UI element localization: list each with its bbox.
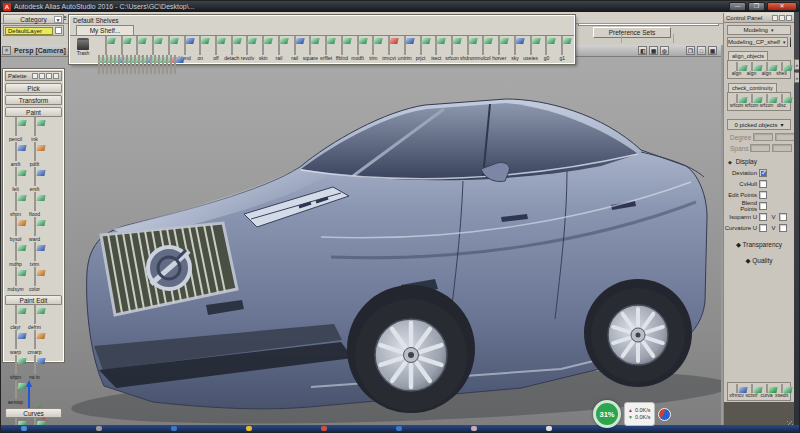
tool-icon[interactable] [781,384,783,393]
tool-icon[interactable] [152,36,154,55]
taskbar-app-icon[interactable] [246,426,252,431]
tool-icon[interactable] [134,55,136,74]
shelf-tool[interactable]: ffblnd [334,37,350,61]
tool-icon[interactable] [341,36,343,55]
tool-icon[interactable] [162,55,164,74]
display-checkbox[interactable] [759,180,767,188]
quality-label[interactable]: Quality [752,257,772,264]
shelf-tool[interactable]: usetex [523,37,539,61]
tool-icon[interactable] [158,55,160,74]
tool-icon[interactable] [357,36,359,55]
shelf-tool[interactable] [170,56,172,74]
maximize-button[interactable]: ❐ [748,2,765,11]
palette-tool[interactable]: rw in [25,356,44,380]
tool-icon[interactable] [231,36,233,55]
shelf-tool[interactable]: modft [350,37,366,61]
shelf-tool[interactable]: trim [365,37,381,61]
restore-icon[interactable]: ❐ [686,46,695,55]
car-3d-model[interactable] [1,57,721,428]
tool-icon[interactable] [34,217,36,236]
tool-icon[interactable] [766,94,768,103]
tool-icon[interactable] [121,36,123,55]
tool-icon[interactable] [15,142,17,161]
panel-tool[interactable]: srfcon [729,95,744,108]
display-checkbox[interactable] [759,191,767,199]
default-shelves-window[interactable]: Default Shelves My Shelf... Trash cv cv [69,15,575,64]
tool-icon[interactable] [15,267,17,286]
tool-icon[interactable] [530,36,532,55]
viewport-close-icon[interactable]: ✕ [2,46,11,55]
tool-icon[interactable] [118,55,120,74]
tool-icon[interactable] [122,55,124,74]
taskbar-app-icon[interactable] [546,426,552,431]
palette-tool[interactable]: aerosp [6,381,25,405]
shelf-tool[interactable] [134,56,136,74]
tool-icon[interactable] [184,36,186,55]
tool-icon[interactable] [435,36,437,55]
palette-tool[interactable]: flood [25,193,44,217]
tool-icon[interactable] [751,62,753,71]
taskbar-app-icon[interactable] [321,426,327,431]
shelf-tool[interactable] [142,56,144,74]
layer-visibility-checkbox[interactable] [55,27,62,34]
degree-field-1[interactable] [753,133,773,141]
palette-tool[interactable]: pencil [6,118,25,142]
palette-tool[interactable]: ersft [25,168,44,192]
shelf-trash[interactable]: Trash [70,36,96,63]
tool-icon[interactable] [467,36,469,55]
tool-icon[interactable] [561,36,563,55]
tool-icon[interactable] [15,117,17,136]
tool-icon[interactable] [138,55,140,74]
shelf-tool[interactable]: mulcol [476,37,492,61]
shelf-tool[interactable] [130,56,132,74]
picked-objects-dropdown[interactable]: 0 picked objects▾ [727,119,791,130]
tab-pick[interactable]: Pick [5,83,62,93]
palette-tool[interactable]: ward [25,218,44,242]
taskbar-app-icon[interactable] [171,426,177,431]
tool-icon[interactable] [174,55,176,74]
taskbar-app-icon[interactable] [21,426,27,431]
shelf-tool[interactable]: g1 [554,37,570,61]
shelf-tool[interactable]: srfcon [444,37,460,61]
palette-close-icon[interactable] [53,73,59,79]
dock-tab-icon[interactable]: » [794,72,800,83]
transparency-label[interactable]: Transparency [743,241,783,248]
tool-icon[interactable] [736,94,738,103]
tab-transform[interactable]: Transform [5,95,62,105]
tool-icon[interactable] [498,36,500,55]
tool-icon[interactable] [278,36,280,55]
tool-icon[interactable] [106,55,108,74]
palette-tool[interactable]: cmarp [25,331,44,355]
shelf-tool[interactable] [162,56,164,74]
taskbar-app-icon[interactable] [471,426,477,431]
tool-icon[interactable] [136,36,138,55]
tool-icon[interactable] [98,55,100,74]
spans-field-2[interactable] [772,144,792,152]
tool-icon[interactable] [130,55,132,74]
tool-icon[interactable] [34,267,36,286]
tool-icon[interactable] [309,36,311,55]
tool-icon[interactable] [114,55,116,74]
shelf-tool[interactable] [110,56,112,74]
palette-menu-icon[interactable] [46,73,52,79]
tool-icon[interactable] [15,192,17,211]
tool-icon[interactable] [766,62,768,71]
shelf-tool[interactable] [174,56,176,74]
tool-icon[interactable] [102,55,104,74]
tool-icon[interactable] [451,36,453,55]
tool-icon[interactable] [262,36,264,55]
tool-icon[interactable] [15,217,17,236]
dock-tab-icon[interactable]: » [794,59,800,70]
tool-icon[interactable] [146,55,148,74]
minimize-button[interactable]: — [729,2,746,11]
shelf-tool[interactable] [106,56,108,74]
tool-icon[interactable] [34,305,36,324]
close-button[interactable]: ✕ [767,2,797,11]
chevron-down-icon[interactable]: ▼ [54,16,62,23]
tool-icon[interactable] [372,36,374,55]
shelf-tool[interactable]: skin [255,37,271,61]
palette-tool[interactable]: color [25,268,44,292]
perspective-viewport[interactable] [1,57,721,428]
palette-pin-icon[interactable] [32,73,38,79]
palette-tool[interactable]: mdhp [6,243,25,267]
